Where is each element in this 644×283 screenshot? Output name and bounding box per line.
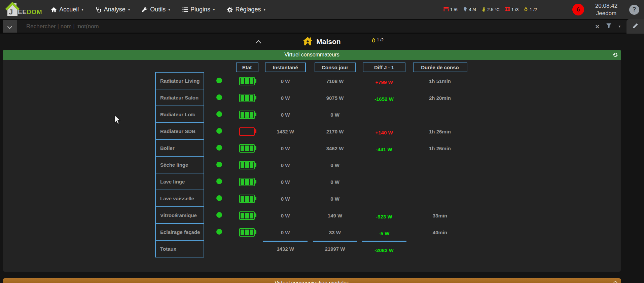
- battery-icon: [239, 195, 255, 203]
- status-temperature[interactable]: 2.5 °C: [481, 7, 499, 13]
- menu-reglages[interactable]: Réglages ▾: [227, 6, 265, 13]
- conso-value: 0 W: [330, 112, 339, 118]
- menu-outils[interactable]: Outils ▾: [142, 6, 170, 13]
- notification-badge[interactable]: 6: [572, 4, 584, 15]
- navbar-right: 1 /6 4 /4: [443, 2, 639, 17]
- edit-button[interactable]: [627, 19, 644, 34]
- table-row: Lave vaisselle 0 W 0 W: [155, 190, 471, 207]
- search-row: × ▾: [0, 19, 644, 34]
- chevron-down-icon[interactable]: ▾: [618, 24, 620, 29]
- house-user-icon: [303, 37, 312, 47]
- object-humidity-badge[interactable]: 1 /2: [371, 38, 384, 44]
- instant-value: 0 W: [281, 112, 290, 118]
- status-dot-icon: [216, 195, 222, 201]
- status-dot-icon: [216, 178, 222, 184]
- menu-accueil[interactable]: Accueil ▾: [51, 6, 83, 13]
- virtual-consumers-panel: Virtuel consommateurs Etat Instantané Co…: [3, 50, 621, 272]
- status-dot-icon: [216, 212, 222, 218]
- col-diff-j1: Diff J - 1: [363, 63, 405, 72]
- totals-instant: 1432 W: [263, 241, 308, 252]
- device-label[interactable]: Sèche linge: [155, 156, 204, 173]
- duration-value: 1h 51min: [429, 78, 451, 84]
- diff-value: -441 W: [376, 147, 392, 152]
- refresh-icon[interactable]: [613, 281, 618, 283]
- status-value: 1 /6: [450, 7, 458, 12]
- diff-value: +140 W: [375, 130, 393, 135]
- conso-value: 0 W: [330, 179, 339, 185]
- virtual-communication-panel-header: Virtuel communication modules: [3, 278, 621, 283]
- top-navbar: J EEDOM Accueil ▾ Analyse ▾: [0, 0, 644, 19]
- filter-icon[interactable]: [606, 23, 612, 30]
- badge-value: 1 /2: [377, 38, 384, 42]
- duration-value: 33min: [433, 213, 447, 218]
- table-row: Radiateur Loïc 0 W 0 W: [155, 106, 471, 123]
- chevron-down-icon: ▾: [168, 7, 170, 12]
- device-label[interactable]: Eclairage façade: [155, 223, 204, 241]
- diff-value: -923 W: [376, 214, 392, 219]
- jeedom-logo[interactable]: J EEDOM: [5, 2, 42, 18]
- search-actions: × ▾: [595, 23, 625, 30]
- menu-label: Analyse: [104, 6, 126, 13]
- battery-icon: [239, 161, 255, 169]
- diff-value: +799 W: [375, 79, 393, 85]
- search-input[interactable]: [17, 20, 595, 33]
- device-label[interactable]: Boiler: [155, 139, 204, 157]
- menu-label: Plugins: [190, 6, 210, 13]
- conso-value: 7108 W: [326, 78, 344, 84]
- consumers-table: Etat Instantané Conso jour Diff J - 1 Du…: [155, 63, 471, 257]
- menu-plugins[interactable]: Plugins ▾: [182, 6, 215, 13]
- instant-value: 0 W: [281, 179, 290, 185]
- table-row: Radiateur SDB 1432 W 2170 W +140 W 1h 26…: [155, 123, 471, 140]
- device-label[interactable]: Radiateur Loïc: [155, 106, 204, 123]
- battery-icon: [239, 94, 255, 102]
- status-value: 2.5 °C: [487, 7, 499, 12]
- window-icon: [505, 6, 510, 13]
- status-dot-icon: [216, 145, 222, 151]
- status-dot-icon: [216, 78, 222, 83]
- device-label[interactable]: Lave linge: [155, 173, 204, 190]
- conso-value: 3462 W: [326, 146, 344, 151]
- status-value: 1 /3: [511, 7, 519, 12]
- panel-title: Virtuel consommateurs: [284, 52, 339, 58]
- diff-value: -1652 W: [374, 96, 394, 102]
- object-name: Maison: [316, 38, 341, 46]
- status-humidity[interactable]: 1 /2: [524, 7, 537, 13]
- home-icon: [51, 7, 57, 13]
- lightbulb-icon: [463, 7, 468, 13]
- device-label[interactable]: Lave vaisselle: [155, 190, 204, 207]
- device-label[interactable]: Radiateur Salon: [155, 89, 204, 106]
- status-dot-icon: [216, 128, 222, 134]
- chevron-down-icon: ▾: [264, 7, 266, 12]
- shutter-icon: [443, 6, 449, 13]
- conso-value: 149 W: [328, 213, 342, 218]
- clock: 20:08:42: [591, 2, 622, 9]
- drop-icon: [371, 38, 376, 44]
- battery-icon: [239, 111, 255, 119]
- duration-value: 1h 26min: [429, 129, 451, 134]
- instant-value: 0 W: [281, 95, 290, 101]
- status-windows[interactable]: 1 /3: [505, 6, 519, 13]
- help-icon[interactable]: ?: [629, 5, 639, 15]
- search-bar: × ▾: [3, 20, 644, 33]
- stethoscope-icon: [96, 7, 102, 13]
- status-shutters[interactable]: 1 /6: [443, 6, 458, 13]
- clear-search-icon[interactable]: ×: [595, 23, 599, 30]
- instant-value: 0 W: [281, 146, 290, 151]
- totals-label: Totaux: [155, 240, 204, 257]
- search-scope-dropdown[interactable]: [3, 20, 17, 33]
- table-row: Vitrocéramique 0 W 149 W -923 W 33min: [155, 207, 471, 224]
- refresh-icon[interactable]: [613, 52, 618, 57]
- menu-analyse[interactable]: Analyse ▾: [96, 6, 130, 13]
- status-lights[interactable]: 4 /4: [463, 7, 476, 13]
- table-row: Radiateur Living 0 W 7108 W +799 W 1h 51…: [155, 73, 471, 89]
- col-instantane: Instantané: [265, 63, 306, 72]
- device-label[interactable]: Radiateur Living: [155, 72, 204, 89]
- device-label[interactable]: Vitrocéramique: [155, 206, 204, 224]
- chevron-down-icon: [7, 24, 12, 29]
- table-row: Boiler 0 W 3462 W -441 W 1h 26min: [155, 140, 471, 157]
- instant-value: 0 W: [281, 78, 290, 84]
- chevron-down-icon: ▾: [81, 7, 83, 12]
- table-row: Sèche linge 0 W 0 W: [155, 157, 471, 173]
- chevron-down-icon: ▾: [213, 7, 215, 12]
- device-label[interactable]: Radiateur SDB: [155, 122, 204, 140]
